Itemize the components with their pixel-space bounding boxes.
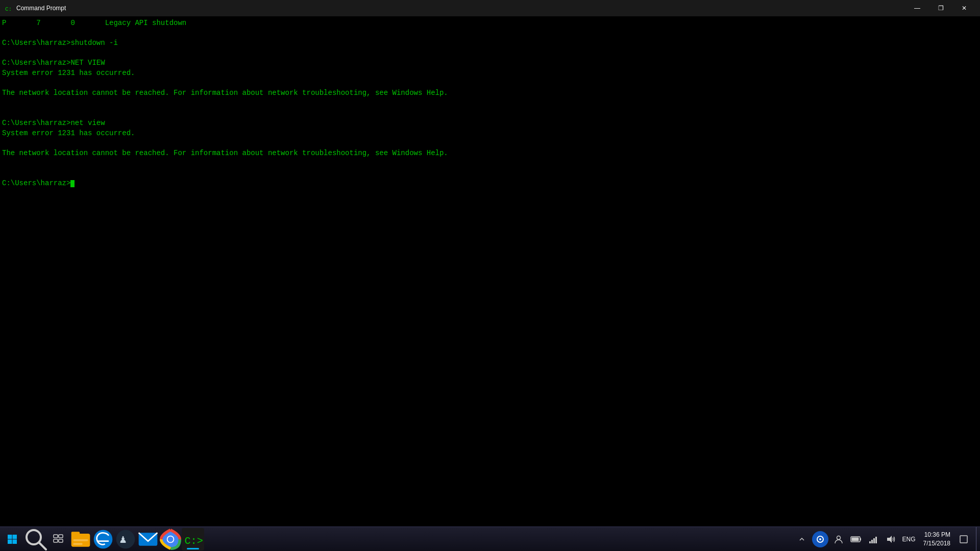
steam-button[interactable]: ♟ [114, 528, 137, 550]
start-button[interactable] [0, 527, 24, 552]
language-indicator[interactable]: ENG [900, 531, 918, 547]
svg-rect-9 [59, 535, 63, 538]
svg-rect-3 [13, 535, 17, 539]
svg-rect-34 [875, 537, 877, 543]
mail-button[interactable] [137, 528, 159, 550]
edge-button[interactable] [92, 528, 114, 550]
title-bar-controls: — ❐ ✕ [905, 0, 976, 16]
svg-rect-31 [869, 541, 871, 543]
svg-rect-15 [73, 543, 82, 545]
svg-rect-4 [8, 539, 12, 544]
svg-point-26 [819, 538, 821, 540]
svg-rect-5 [13, 539, 17, 544]
svg-line-7 [39, 543, 46, 549]
svg-rect-13 [71, 532, 80, 535]
close-button[interactable]: ✕ [952, 0, 976, 16]
maximize-button[interactable]: ❐ [929, 0, 952, 16]
title-bar: C: Command Prompt — ❐ ✕ [0, 0, 980, 16]
clock-date: 7/15/2018 [923, 539, 950, 548]
svg-text:C:>: C:> [185, 535, 203, 547]
svg-rect-10 [54, 539, 58, 542]
svg-text:♟: ♟ [119, 534, 127, 545]
svg-marker-35 [887, 536, 892, 543]
svg-rect-36 [960, 536, 967, 543]
svg-point-27 [837, 536, 840, 539]
task-view-button[interactable] [47, 528, 69, 550]
cmd-icon: C: [4, 4, 12, 12]
taskbar-tray: ENG 10:36 PM 7/15/2018 [790, 531, 976, 548]
volume-icon[interactable] [883, 531, 899, 547]
cortana-icon[interactable] [812, 531, 828, 547]
title-bar-left: C: Command Prompt [4, 4, 66, 12]
svg-rect-2 [8, 535, 12, 539]
svg-rect-14 [73, 539, 88, 541]
svg-point-22 [168, 536, 174, 542]
title-bar-title: Command Prompt [16, 5, 66, 12]
clock-time: 10:36 PM [924, 531, 950, 539]
cmd-taskbar-button[interactable]: C:> [182, 528, 204, 550]
svg-rect-29 [851, 537, 859, 541]
svg-rect-30 [860, 538, 861, 540]
svg-rect-8 [54, 535, 58, 538]
svg-rect-33 [873, 538, 875, 543]
people-icon[interactable] [830, 531, 847, 547]
svg-rect-32 [871, 540, 873, 543]
tray-show-hidden[interactable] [794, 531, 810, 547]
chrome-button[interactable] [159, 528, 182, 550]
network-icon[interactable] [865, 531, 881, 547]
svg-rect-11 [59, 539, 63, 542]
svg-text:C:: C: [5, 6, 12, 12]
taskbar: ♟ C:> [0, 527, 980, 551]
battery-icon[interactable] [848, 531, 864, 547]
file-explorer-button[interactable] [69, 528, 92, 550]
terminal-area[interactable]: P 7 0 Legacy API shutdown C:\Users\harra… [0, 16, 980, 527]
show-desktop-button[interactable] [976, 527, 980, 552]
minimize-button[interactable]: — [905, 0, 929, 16]
search-button[interactable] [24, 528, 47, 550]
system-clock[interactable]: 10:36 PM 7/15/2018 [919, 531, 954, 548]
terminal-output: P 7 0 Legacy API shutdown C:\Users\harra… [2, 18, 978, 188]
notification-icon[interactable] [955, 531, 972, 547]
